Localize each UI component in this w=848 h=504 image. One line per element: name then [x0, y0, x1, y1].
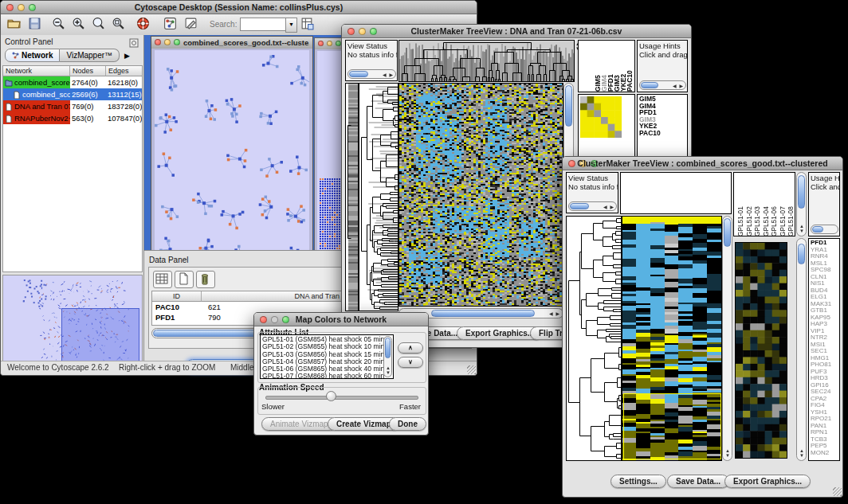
overview-selection-rect[interactable]	[61, 308, 139, 366]
search-input[interactable]	[240, 18, 286, 31]
row-label[interactable]: PAC10	[639, 130, 661, 137]
float-panel-icon[interactable]	[129, 37, 139, 51]
animate-vizmap-button[interactable]: Animate Vizmap	[261, 417, 337, 431]
view-status-panel: View Status No status info f ◀ ▶	[566, 172, 618, 213]
column-label[interactable]: YKE2	[619, 42, 626, 92]
usage-hints-hscrollbar[interactable]: ◀ ▶	[639, 80, 686, 90]
gene-label[interactable]: MON2	[811, 450, 831, 457]
network-list-row[interactable]: combined_scores2764(0)16218(0)	[3, 76, 142, 88]
new-document-icon[interactable]	[175, 271, 194, 288]
faster-label: Faster	[399, 402, 421, 411]
trash-icon[interactable]	[196, 271, 215, 288]
speed-slider-track[interactable]	[265, 396, 418, 400]
control-panel: Control Panel Network VizMapper™ ▶ Netwo…	[1, 35, 144, 369]
attribute-list-item[interactable]: GPL51-07 (GSM868) heat shock 60 min	[262, 373, 382, 379]
zoom-button[interactable]	[336, 41, 341, 46]
zoom-selected-icon[interactable]	[92, 17, 105, 33]
annotation-icon[interactable]	[184, 17, 198, 33]
cytoscape-titlebar[interactable]: Cytoscape Desktop (Session Name: collins…	[1, 1, 477, 14]
table-import-icon[interactable]	[300, 17, 314, 33]
status-welcome: Welcome to Cytoscape 2.6.2	[7, 363, 109, 372]
table-icon[interactable]	[153, 271, 172, 288]
tab-overflow-arrow[interactable]: ▶	[124, 52, 130, 60]
zoom-button[interactable]	[174, 39, 180, 45]
done-button[interactable]: Done	[389, 417, 426, 431]
zoom-in-icon[interactable]	[72, 17, 85, 33]
window-title: ClusterMaker TreeView : combined_scores_…	[563, 158, 842, 168]
network-list-row[interactable]: DNA and Tran 07769(0)183728(0)	[3, 100, 142, 112]
network-table: Network Nodes Edges combined_scores2764(…	[2, 65, 143, 272]
column-label[interactable]: GIM4	[600, 42, 607, 92]
col-header-network[interactable]: Network	[3, 66, 70, 76]
gene-labels-pane[interactable]: PFD1YRA1RNR4MSL1SPC98CLN1NIS1BUD4ELG1MAK…	[808, 238, 840, 461]
export-graphics-button[interactable]: Export Graphics...	[724, 475, 811, 488]
status-zoom-hint: Right-click + drag to ZOOM	[119, 363, 215, 372]
help-lifering-icon[interactable]	[136, 17, 150, 33]
tab-network[interactable]: Network	[5, 49, 60, 62]
column-label[interactable]: GPL51-01 (GSM854)	[736, 174, 744, 236]
move-up-button[interactable]: ∧	[398, 342, 423, 354]
view-status-hscrollbar[interactable]: ◀ ▶	[568, 201, 617, 211]
zoom-vscrollbar[interactable]: ▲▼	[796, 238, 807, 461]
column-labels-pane[interactable]: GIM5GIM4PFD1GIM3YKE2PAC10	[578, 40, 635, 92]
tab-vizmapper[interactable]: VizMapper™	[60, 49, 120, 62]
column-label[interactable]: GIM5	[594, 42, 600, 92]
dialog-title: Map Colors to Network	[254, 315, 428, 324]
zoom-out-icon[interactable]	[52, 17, 65, 33]
node-view-icon[interactable]	[163, 17, 177, 33]
minimize-button[interactable]	[327, 41, 332, 46]
column-label[interactable]: PFD1	[607, 42, 613, 92]
column-label[interactable]: PAC10	[626, 42, 632, 92]
close-button[interactable]	[318, 41, 324, 46]
resize-grip[interactable]	[467, 365, 476, 374]
open-folder-icon[interactable]	[7, 17, 21, 33]
network-overview[interactable]	[2, 275, 143, 366]
attribute-list-vscrollbar[interactable]: ▲▼	[383, 336, 392, 377]
row-dendrogram-pane[interactable]	[359, 83, 398, 311]
zoom-heatmap[interactable]	[735, 242, 787, 459]
map-colors-dialog: Map Colors to Network Attribute List GPL…	[253, 312, 429, 436]
network-list-row[interactable]: RNAPuberNov2+563(0)107847(0)	[3, 112, 142, 124]
column-label[interactable]: GPL51-07 (GSM868)	[778, 174, 787, 236]
desktop: Cytoscape Desktop (Session Name: collins…	[0, 0, 848, 504]
global-vscrollbar[interactable]: ▲▼	[722, 216, 732, 461]
column-dendrogram-pane[interactable]	[398, 40, 575, 82]
col-header-nodes[interactable]: Nodes	[70, 66, 106, 76]
column-labels-pane[interactable]: GPL51-01 (GSM854)GPL51-02 (GSM855)GPL51-…	[733, 172, 795, 236]
save-data-button[interactable]: Save Data...	[667, 475, 729, 488]
attribute-list[interactable]: GPL51-01 (GSM854) heat shock 05 minGPL51…	[260, 334, 394, 379]
network-list-row[interactable]: combined_sco2569(6)13112(15)	[3, 88, 142, 100]
treeview1-titlebar[interactable]: ClusterMaker TreeView : DNA and Tran 07-…	[342, 25, 691, 38]
save-icon[interactable]	[28, 17, 41, 33]
column-label[interactable]: GPL51-08 (GSM872)	[786, 174, 795, 236]
column-labels-vscrollbar[interactable]: ▲▼	[796, 172, 807, 236]
close-button[interactable]	[155, 39, 161, 45]
id-column-header[interactable]: ID	[152, 291, 202, 302]
column-label[interactable]: GPL51-06 (GSM865)	[769, 174, 778, 236]
column-label[interactable]: GPL51-04 (GSM857)	[761, 174, 770, 236]
treeview2-titlebar[interactable]: ClusterMaker TreeView : combined_scores_…	[563, 157, 842, 170]
usage-hints-hscrollbar[interactable]	[811, 225, 838, 234]
usage-hints-title: Usage Hints	[811, 174, 839, 182]
move-down-button[interactable]: ∨	[398, 357, 423, 368]
global-overview-strip[interactable]	[345, 83, 359, 311]
minimize-button[interactable]	[164, 39, 171, 45]
settings-button[interactable]: Settings...	[610, 475, 666, 488]
column-label[interactable]: GPL51-03 (GSM856)	[752, 174, 761, 236]
row-dendrogram-pane[interactable]	[566, 216, 622, 461]
column-dendrogram-pane[interactable]	[620, 172, 732, 214]
column-label[interactable]: GPL51-02 (GSM855)	[744, 174, 753, 236]
zoom-fit-icon[interactable]	[112, 17, 125, 33]
resize-grip[interactable]	[833, 487, 842, 496]
speed-slider-thumb[interactable]	[326, 391, 336, 401]
view-status-hscrollbar[interactable]: ◀ ▶	[347, 69, 396, 79]
status-pan-hint: Middle-	[230, 363, 257, 372]
slower-label: Slower	[261, 402, 285, 411]
col-header-edges[interactable]: Edges	[106, 66, 142, 76]
column-label[interactable]: GIM3	[613, 42, 619, 92]
heatmap-selection-rect[interactable]	[623, 393, 721, 459]
search-dropdown-arrow[interactable]: ▼	[285, 18, 297, 33]
dialog-titlebar[interactable]: Map Colors to Network	[254, 313, 428, 326]
global-heatmap[interactable]	[622, 216, 722, 461]
global-heatmap[interactable]	[398, 83, 563, 307]
